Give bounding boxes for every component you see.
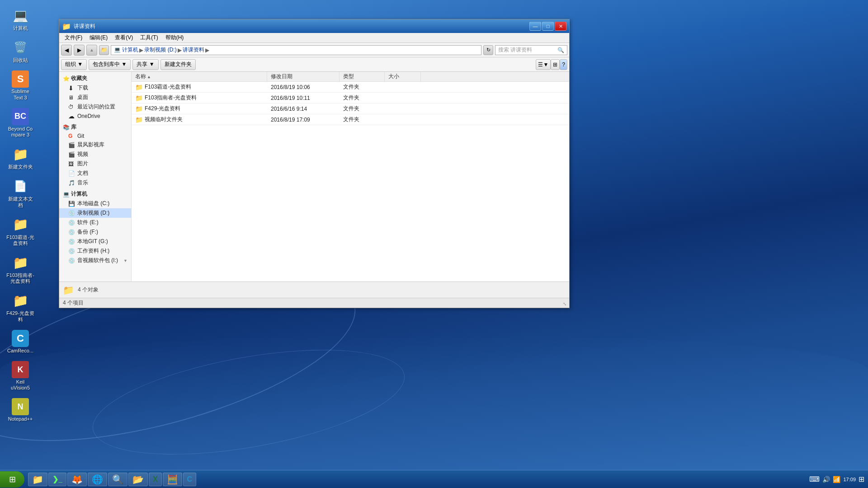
doc-icon: 📄 (68, 170, 75, 177)
col-header-type[interactable]: 类型 (340, 72, 385, 81)
sublime-label: SublimeText 3 (11, 89, 29, 100)
taskbar-firefox[interactable]: 🦊 (67, 473, 87, 486)
file-list[interactable]: 名称 ▲ 修改日期 类型 大小 📁 (132, 72, 569, 282)
search-box[interactable]: 搜索 讲课资料 🔍 (495, 45, 567, 55)
file-date-video-temp: 2016/8/19 17:09 (267, 116, 340, 124)
sidebar-item-g-drive[interactable]: 💿 本地GIT (G:) (59, 237, 131, 246)
file-type-f103zhi: 文件夹 (340, 93, 385, 103)
sidebar-item-c-drive[interactable]: 💾 本地磁盘 (C:) (59, 199, 131, 208)
taskbar-search[interactable]: 🔍 (108, 473, 127, 486)
d-drive-label: 录制视频 (D:) (77, 209, 109, 217)
col-header-name[interactable]: 名称 ▲ (132, 72, 267, 81)
desktop-icon-recycle[interactable]: 🗑️ 回收站 (5, 37, 36, 65)
new-folder-button[interactable]: 新建文件夹 (160, 59, 196, 70)
menu-file[interactable]: 文件(F) (61, 33, 86, 42)
taskbar-camrec[interactable]: C (183, 473, 197, 486)
recent-icon: ⏱ (68, 104, 75, 110)
sidebar-item-fengying[interactable]: 🎬 晨风影视库 (59, 140, 131, 150)
folder-taskbar-icon: 📂 (132, 474, 144, 485)
include-library-button[interactable]: 包含到库中 ▼ (89, 59, 131, 70)
f-drive-icon: 💿 (68, 229, 75, 235)
menu-edit[interactable]: 编辑(E) (86, 33, 111, 42)
sidebar-computer-header: 💻 计算机 (59, 189, 131, 199)
desktop-icon-newtext[interactable]: 📄 新建文本文档 (5, 175, 36, 210)
back-button[interactable]: ◀ (61, 45, 72, 56)
desktop-icon-sublime[interactable]: S SublimeText 3 (5, 69, 36, 102)
onedrive-icon: ☁ (68, 113, 75, 120)
sidebar-item-h-drive[interactable]: 💿 工作资料 (H:) (59, 246, 131, 256)
menu-help[interactable]: 帮助(H) (162, 33, 188, 42)
forward-button[interactable]: ▶ (74, 45, 85, 56)
sidebar-item-git[interactable]: G Git (59, 132, 131, 140)
col-header-date[interactable]: 修改日期 (267, 72, 340, 81)
sidebar-item-recent[interactable]: ⏱ 最近访问的位置 (59, 102, 131, 112)
sidebar-item-desktop[interactable]: 🖥 桌面 (59, 93, 131, 102)
desktop-icons: 💻 计算机 🗑️ 回收站 S SublimeText 3 BC Beyond C… (5, 5, 36, 424)
sidebar-item-image[interactable]: 🖼 图片 (59, 159, 131, 169)
desktop-icon-f429[interactable]: 📁 F429-光盘资料 (5, 290, 36, 324)
table-row[interactable]: 📁 视频临时文件夹 2016/8/19 17:09 文件夹 (132, 114, 569, 125)
taskbar-terminal[interactable]: ❯_ (48, 473, 66, 486)
col-type-label: 类型 (343, 73, 354, 80)
path-computer[interactable]: 💻 计算机 (114, 46, 138, 54)
f429-label: F429-光盘资料 (6, 310, 34, 322)
sidebar-item-onedrive[interactable]: ☁ OneDrive (59, 112, 131, 121)
sidebar-item-music[interactable]: 🎵 音乐 (59, 178, 131, 188)
g-drive-icon: 💿 (68, 239, 75, 245)
folder-icon-btn[interactable]: 📁 (99, 45, 109, 55)
resize-handle[interactable]: ⤡ (563, 301, 568, 307)
close-button[interactable]: ✕ (555, 22, 566, 31)
grid-icon[interactable]: ⊞ (859, 475, 864, 483)
menu-tools[interactable]: 工具(T) (137, 33, 161, 42)
taskbar-excel[interactable]: X (149, 473, 162, 486)
taskbar-explorer[interactable]: 📁 (28, 473, 47, 486)
firefox-icon: 🦊 (71, 474, 83, 485)
taskbar-calc[interactable]: 🧮 (163, 473, 182, 486)
col-header-size[interactable]: 大小 (385, 72, 421, 81)
table-row[interactable]: 📁 F103霸道-光盘资料 2016/8/19 10:06 文件夹 (132, 82, 569, 93)
d-drive-icon: 💿 (68, 210, 75, 216)
sidebar-item-doc[interactable]: 📄 文档 (59, 169, 131, 178)
taskbar-browser2[interactable]: 🌐 (88, 473, 107, 486)
path-d-drive[interactable]: 录制视频 (D:) (144, 46, 176, 54)
view-list-button[interactable]: ☰▼ (536, 59, 551, 70)
music-label: 音乐 (77, 179, 88, 187)
taskbar-folder[interactable]: 📂 (128, 473, 148, 486)
sidebar-item-download[interactable]: ⬇ 下载 (59, 83, 131, 93)
fengying-label: 晨风影视库 (77, 141, 104, 149)
desktop-icon-keil[interactable]: K KeiluVision5 (5, 359, 36, 393)
start-button[interactable]: ⊞ (0, 471, 24, 488)
desktop-icon-notepad[interactable]: N Notepad++ (5, 396, 36, 424)
table-row[interactable]: 📁 F429-光盘资料 2016/6/16 9:14 文件夹 (132, 103, 569, 114)
organize-button[interactable]: 组织 ▼ (61, 59, 87, 70)
file-type-video-temp: 文件夹 (340, 115, 385, 124)
help-button[interactable]: ? (560, 59, 567, 70)
path-current[interactable]: 讲课资料 (183, 46, 204, 54)
doc-label: 文档 (77, 169, 88, 177)
minimize-button[interactable]: — (529, 22, 541, 31)
address-path[interactable]: 💻 计算机 ▶ 录制视频 (D:) ▶ 讲课资料 ▶ (111, 45, 481, 55)
desktop-icon-camrec[interactable]: C CamReco... (5, 328, 36, 356)
sidebar-item-e-drive[interactable]: 💿 软件 (E:) (59, 218, 131, 227)
sidebar-item-i-drive[interactable]: 💿 音视频软件包 (I:) ▼ (59, 256, 131, 265)
desktop-icon-f103dao[interactable]: 📁 F103霸道-光盘资料 (5, 214, 36, 248)
desktop-icon-computer[interactable]: 💻 计算机 (5, 5, 36, 33)
refresh-button[interactable]: ↻ (483, 45, 493, 55)
volume-icon[interactable]: 🔊 (822, 476, 830, 483)
desktop-icon-beyond[interactable]: BC Beyond Compare 3 (5, 106, 36, 140)
sidebar-item-d-drive[interactable]: 💿 录制视频 (D:) (59, 208, 131, 218)
share-button[interactable]: 共享 ▼ (132, 59, 158, 70)
desktop-icon-newfolder[interactable]: 📁 新建文件夹 (5, 143, 36, 172)
titlebar-left: 📁 讲课资料 (62, 22, 95, 31)
maximize-button[interactable]: □ (542, 22, 554, 31)
view-details-button[interactable]: ⊞ (551, 59, 560, 70)
sidebar-item-video[interactable]: 🎬 视频 (59, 150, 131, 159)
file-name-label-video-temp: 视频临时文件夹 (145, 116, 183, 123)
table-row[interactable]: 📁 F103指南者-光盘资料 2016/8/19 10:11 文件夹 (132, 93, 569, 103)
desktop-icon-f103zhi[interactable]: 📁 F103指南者-光盘资料 (5, 252, 36, 286)
up-button[interactable]: ▲ (86, 45, 97, 56)
sidebar-item-f-drive[interactable]: 💿 备份 (F:) (59, 227, 131, 237)
menu-view[interactable]: 查看(V) (111, 33, 137, 42)
file-name-label-f429: F429-光盘资料 (145, 105, 180, 113)
music-icon: 🎵 (68, 180, 75, 186)
